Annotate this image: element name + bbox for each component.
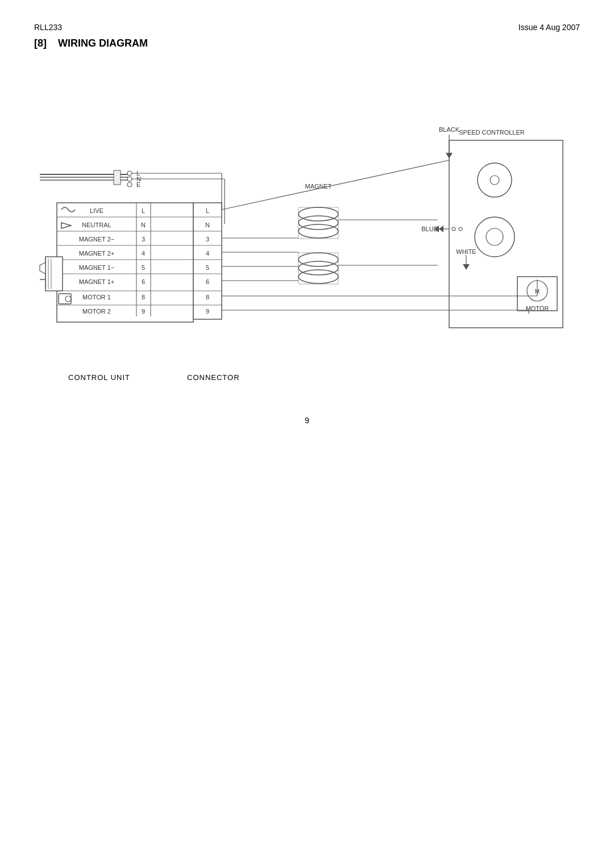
- svg-text:N: N: [141, 222, 146, 228]
- svg-text:N: N: [205, 222, 210, 228]
- svg-text:WHITE: WHITE: [456, 248, 476, 255]
- wiring-diagram: LIVE L NEUTRAL N MAGNET 2− 3 MAGNET 2+ 4…: [40, 66, 574, 362]
- svg-text:MOTOR: MOTOR: [526, 305, 549, 312]
- svg-text:E: E: [136, 181, 140, 188]
- control-unit-label: CONTROL UNIT: [68, 373, 130, 382]
- issue-date: Issue 4 Aug 2007: [518, 23, 580, 32]
- svg-text:BLACK: BLACK: [439, 126, 460, 133]
- svg-text:MOTOR 1: MOTOR 1: [82, 294, 111, 301]
- svg-text:3: 3: [142, 236, 145, 243]
- svg-text:MAGNET 1+: MAGNET 1+: [79, 278, 114, 285]
- svg-text:MAGNET 2+: MAGNET 2+: [79, 250, 114, 257]
- svg-text:MOTOR 2: MOTOR 2: [82, 308, 111, 315]
- svg-rect-1: [57, 203, 193, 322]
- svg-text:4: 4: [206, 250, 209, 257]
- svg-point-60: [127, 182, 132, 187]
- svg-text:9: 9: [142, 308, 145, 315]
- svg-text:SPEED CONTROLLER: SPEED CONTROLLER: [459, 129, 525, 136]
- diagram-labels: CONTROL UNIT CONNECTOR: [34, 373, 580, 382]
- svg-text:4: 4: [142, 250, 145, 257]
- svg-text:L: L: [206, 207, 209, 214]
- svg-rect-29: [193, 203, 222, 319]
- page-number: 9: [34, 416, 580, 425]
- svg-text:NEUTRAL: NEUTRAL: [82, 222, 111, 228]
- svg-text:8: 8: [142, 294, 145, 301]
- page-header: RLL233 Issue 4 Aug 2007: [34, 23, 580, 32]
- connector-label: CONNECTOR: [187, 373, 240, 382]
- svg-text:6: 6: [206, 278, 209, 285]
- svg-text:MAGNET 1−: MAGNET 1−: [79, 264, 114, 271]
- svg-text:MAGNET 2−: MAGNET 2−: [79, 236, 114, 243]
- svg-text:6: 6: [142, 278, 145, 285]
- svg-rect-55: [114, 170, 121, 185]
- svg-point-74: [486, 228, 503, 245]
- svg-rect-45: [45, 257, 63, 291]
- svg-text:L: L: [142, 207, 145, 214]
- svg-text:9: 9: [206, 308, 209, 315]
- page: RLL233 Issue 4 Aug 2007 [8] WIRING DIAGR…: [0, 0, 614, 868]
- svg-point-72: [490, 176, 499, 185]
- svg-text:LIVE: LIVE: [90, 207, 103, 214]
- svg-text:5: 5: [206, 264, 209, 271]
- svg-point-79: [452, 227, 455, 231]
- svg-point-80: [459, 227, 462, 231]
- document-number: RLL233: [34, 23, 62, 32]
- svg-point-58: [127, 177, 132, 181]
- section-title: [8] WIRING DIAGRAM: [34, 37, 580, 49]
- svg-point-56: [127, 171, 132, 176]
- svg-text:3: 3: [206, 236, 209, 243]
- svg-text:5: 5: [142, 264, 145, 271]
- svg-text:8: 8: [206, 294, 209, 301]
